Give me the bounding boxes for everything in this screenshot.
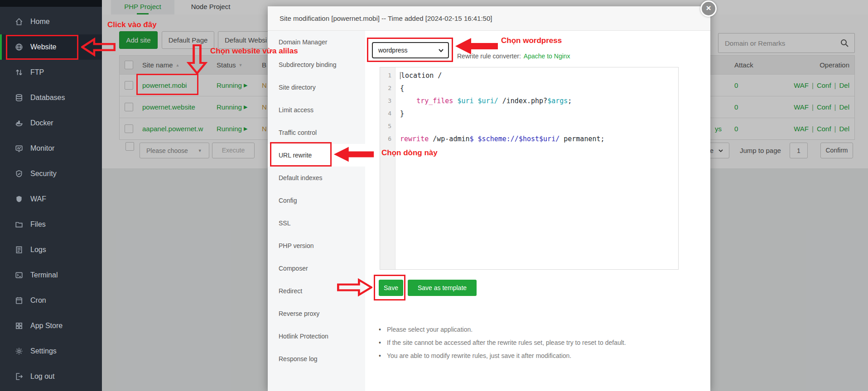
site-modification-modal: Site modification [powernet.mobi] -- Tim… [268,6,710,391]
rewrite-notes: •Please select your application. •If the… [379,326,626,365]
folder-icon [15,220,23,229]
sidebar-item-label: Files [30,220,46,229]
annotation-box-save [374,275,405,300]
sidebar-item-label: Monitor [30,144,54,153]
sidebar-item-label: WAF [30,195,46,203]
annotation-choose-line: Chọn dòng này [381,148,438,157]
sidebar-item-label: Security [30,170,57,178]
code-line: location / [400,69,678,82]
transfer-arrows-icon [15,68,23,76]
modal-content: wordpress Rewrite rule converter:Apache … [365,31,710,391]
sidebar-item-label: Log out [30,372,54,381]
shield-icon [15,195,23,203]
code-line: } [400,107,678,120]
annotation-box-url-rewrite [270,142,332,167]
sidebar-item-terminal[interactable]: Terminal [0,262,102,288]
annotation-arrow-left-wordpress [454,36,499,56]
annotation-arrow-right-save [337,278,372,296]
sidebar-item-label: FTP [30,68,44,76]
note-item: •You are able to modify rewrite rules, j… [379,352,626,359]
code-line [400,120,678,133]
monitor-icon [15,144,23,153]
sidebar-item-logout[interactable]: Log out [0,364,102,389]
sidebar-item-home[interactable]: Home [0,9,102,34]
app-screen: Home Website FTP Databases Docker Monito… [0,0,868,391]
logout-icon [15,372,23,381]
sidebar-top-strip [0,0,102,7]
gear-icon [15,347,23,355]
sidebar-item-waf[interactable]: WAF [0,186,102,212]
docker-icon [15,119,23,127]
grid-icon [15,322,23,330]
sidebar-item-databases[interactable]: Databases [0,85,102,110]
sidebar-item-settings[interactable]: Settings [0,339,102,364]
sidebar-item-app-store[interactable]: App Store [0,313,102,339]
sidebar-item-security[interactable]: Security [0,161,102,186]
annotation-box-website [6,35,78,60]
code-line: rewrite /wp-admin$ $scheme://$host$uri/ … [400,133,678,145]
home-icon [15,18,23,26]
menu-item-traffic-control[interactable]: Traffic control [268,121,365,144]
modal-title: Site modification [powernet.mobi] -- Tim… [280,6,492,31]
menu-item-composer[interactable]: Composer [268,257,365,280]
menu-item-reverse-proxy[interactable]: Reverse proxy [268,302,365,325]
annotation-arrow-down-site [187,44,207,74]
annotation-click-here: Click vào đây [107,20,157,29]
apache-to-nginx-link[interactable]: Apache to Nginx [524,52,570,60]
menu-item-ssl[interactable]: SSL [268,212,365,234]
annotation-choose-website: Chọn website vừa alilas [210,47,298,56]
modal-header: Site modification [powernet.mobi] -- Tim… [268,6,710,31]
note-item: •If the site cannot be accessed after th… [379,339,626,346]
menu-item-hotlink-protection[interactable]: Hotlink Protection [268,325,365,348]
annotation-choose-wordpress: Chọn wordpress [501,36,562,45]
sidebar-item-label: Home [30,18,50,26]
sidebar-item-ftp[interactable]: FTP [0,60,102,85]
annotation-arrow-left-website [81,38,116,57]
terminal-icon [15,271,23,279]
sidebar-item-monitor[interactable]: Monitor [0,136,102,161]
annotation-box-wordpress-select [367,38,453,62]
code-line: { [400,82,678,95]
sidebar-item-label: Logs [30,246,46,254]
document-lines-icon [15,246,23,254]
sidebar-item-files[interactable]: Files [0,212,102,237]
menu-item-site-directory[interactable]: Site directory [268,76,365,99]
editor-gutter: 1 2 3 4 5 6 [380,67,395,269]
menu-item-response-log[interactable]: Response log [268,348,365,370]
menu-item-config[interactable]: Config [268,189,365,212]
sidebar-item-label: Databases [30,94,65,102]
annotation-arrow-left-url-rewrite [333,145,375,163]
sidebar-item-label: Cron [30,296,46,305]
rewrite-code-editor[interactable]: 1 2 3 4 5 6 location / { try_files $uri … [380,67,679,270]
sidebar-item-label: Docker [30,119,53,127]
sidebar-item-label: Terminal [30,271,58,279]
text-cursor [400,72,400,79]
sidebar-item-cron[interactable]: Cron [0,288,102,313]
database-icon [15,94,23,102]
menu-item-php-version[interactable]: PHP version [268,234,365,257]
calendar-icon [15,296,23,305]
menu-item-limit-access[interactable]: Limit access [268,99,365,121]
modal-menu: Domain Manager Subdirectory binding Site… [268,31,365,391]
sidebar-item-label: App Store [30,322,63,330]
save-as-template-button[interactable]: Save as template [408,280,477,296]
sidebar-item-docker[interactable]: Docker [0,110,102,136]
editor-code-area[interactable]: location / { try_files $uri $uri/ /index… [395,67,678,269]
sidebar-item-logs[interactable]: Logs [0,237,102,262]
close-icon[interactable]: × [700,0,717,17]
shield-check-icon [15,170,23,178]
annotation-box-powernet-mobi [136,74,198,95]
menu-item-default-indexes[interactable]: Default indexes [268,167,365,189]
note-item: •Please select your application. [379,326,626,333]
code-line: try_files $uri $uri/ /index.php?$args; [400,95,678,107]
menu-item-subdirectory-binding[interactable]: Subdirectory binding [268,53,365,76]
sidebar-item-label: Settings [30,347,57,355]
